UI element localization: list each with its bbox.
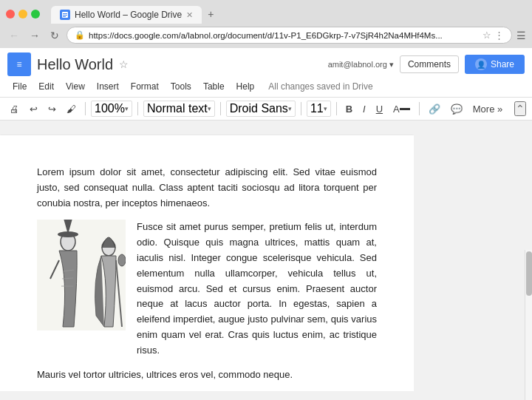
style-selector[interactable]: Normal text ▾ — [143, 101, 215, 117]
link-button[interactable]: 🔗 — [425, 101, 444, 117]
separator-1 — [85, 102, 86, 115]
address-bar-row: ← → ↻ 🔒 https://docs.google.com/a/labnol… — [0, 24, 532, 48]
svg-point-12 — [118, 254, 126, 266]
font-dropdown-arrow: ▾ — [288, 105, 292, 112]
figure-left — [50, 220, 78, 327]
comment-inline-button[interactable]: 💬 — [447, 101, 466, 117]
forward-button[interactable]: → — [27, 28, 43, 43]
size-dropdown-arrow: ▾ — [324, 105, 327, 112]
figure-right — [95, 237, 126, 327]
menu-file[interactable]: File — [7, 79, 32, 94]
close-button[interactable] — [6, 10, 15, 18]
style-value: Normal text — [147, 102, 208, 115]
print-button[interactable]: 🖨 — [6, 101, 23, 117]
color-label: A — [393, 104, 400, 115]
italic-button[interactable]: I — [359, 101, 369, 117]
new-tab-button[interactable]: + — [202, 4, 219, 24]
underline-button[interactable]: U — [372, 101, 386, 117]
lock-icon: 🔒 — [75, 30, 85, 40]
font-size-value: 11 — [310, 102, 324, 115]
document-page: Lorem ipsum dolor sit amet, consectetur … — [0, 135, 414, 391]
menu-tools[interactable]: Tools — [166, 79, 197, 94]
address-actions: ☆ ⋮ — [482, 30, 504, 41]
url-text: https://docs.google.com/a/labnol.org/doc… — [89, 31, 479, 40]
paragraph-3-text: Mauris vel tortor ultricies, ultrices er… — [37, 369, 293, 380]
user-email[interactable]: amit@labnol.org ▾ — [328, 60, 394, 70]
menu-view[interactable]: View — [61, 79, 90, 94]
para2-text: Fusce sit amet purus semper, pretium fel… — [137, 221, 377, 355]
svg-rect-2 — [63, 15, 67, 16]
paragraph-3: Mauris vel tortor ultricies, ultrices er… — [37, 367, 377, 383]
zoom-dropdown-arrow: ▾ — [125, 105, 129, 112]
docs-logo: ≡ — [7, 52, 31, 76]
app-bar: ≡ Hello World ☆ amit@labnol.org ▾ Commen… — [0, 48, 532, 98]
separator-2 — [137, 102, 138, 115]
svg-line-5 — [50, 260, 59, 279]
separator-5 — [336, 102, 337, 115]
svg-line-11 — [116, 260, 122, 327]
app-title-section: ≡ Hello World ☆ — [7, 52, 129, 76]
tab-favicon — [60, 10, 70, 20]
svg-rect-1 — [63, 13, 67, 14]
paragraph-1-text: Lorem ipsum dolor sit amet, consectetur … — [37, 166, 377, 209]
menu-format[interactable]: Format — [126, 79, 164, 94]
paint-format-button[interactable]: 🖌 — [63, 101, 80, 117]
app-bar-right: amit@labnol.org ▾ Comments 👤 Share — [328, 55, 525, 74]
zoom-selector[interactable]: 100% ▾ — [91, 101, 132, 117]
tab-close-icon[interactable]: ✕ — [186, 10, 193, 20]
undo-button[interactable]: ↩ — [26, 101, 41, 117]
style-dropdown-arrow: ▾ — [208, 105, 211, 112]
image-side-text: Fusce sit amet purus semper, pretium fel… — [137, 220, 377, 358]
font-size-selector[interactable]: 11 ▾ — [307, 101, 331, 117]
separator-3 — [220, 102, 221, 115]
star-icon[interactable]: ☆ — [119, 58, 129, 70]
tab-bar: Hello World – Google Drive ✕ + — [51, 4, 219, 24]
inline-image — [37, 220, 126, 330]
refresh-button[interactable]: ↻ — [47, 28, 62, 43]
text-color-button[interactable]: A — [389, 101, 414, 117]
paragraph-1: Lorem ipsum dolor sit amet, consectetur … — [37, 165, 377, 211]
scrollbar-thumb[interactable] — [526, 251, 532, 296]
font-value: Droid Sans — [230, 102, 288, 115]
active-tab[interactable]: Hello World – Google Drive ✕ — [51, 6, 202, 24]
redo-button[interactable]: ↪ — [44, 101, 60, 117]
scrollbar-track[interactable] — [525, 250, 532, 400]
browser-toolbar-right: ☰ — [516, 30, 526, 41]
settings-icon[interactable]: ☰ — [516, 30, 526, 41]
separator-6 — [419, 102, 420, 115]
collapse-toolbar-button[interactable]: ⌃ — [514, 101, 526, 116]
menu-edit[interactable]: Edit — [33, 79, 59, 94]
doc-wrapper: Lorem ipsum dolor sit amet, consectetur … — [0, 121, 532, 391]
comments-button[interactable]: Comments — [400, 55, 459, 73]
tab-title: Hello World – Google Drive — [75, 10, 182, 20]
zoom-value: 100% — [95, 102, 125, 115]
svg-rect-3 — [63, 16, 66, 17]
app-bar-top: ≡ Hello World ☆ amit@labnol.org ▾ Commen… — [7, 52, 525, 76]
separator-4 — [301, 102, 301, 115]
color-indicator — [400, 108, 410, 110]
image-text-block: Fusce sit amet purus semper, pretium fel… — [37, 220, 377, 358]
share-label: Share — [491, 59, 514, 70]
formatting-toolbar: 🖨 ↩ ↪ 🖌 100% ▾ Normal text ▾ Droid Sans … — [0, 98, 532, 121]
menu-table[interactable]: Table — [198, 79, 230, 94]
share-button[interactable]: 👤 Share — [465, 55, 525, 74]
address-bar[interactable]: 🔒 https://docs.google.com/a/labnol.org/d… — [66, 27, 512, 44]
share-person-icon: 👤 — [475, 58, 487, 70]
bold-button[interactable]: B — [342, 101, 356, 117]
maximize-button[interactable] — [31, 10, 40, 18]
doc-area: Lorem ipsum dolor sit amet, consectetur … — [0, 121, 414, 391]
font-selector[interactable]: Droid Sans ▾ — [226, 101, 296, 117]
window-controls — [6, 10, 40, 18]
menu-insert[interactable]: Insert — [92, 79, 124, 94]
back-button[interactable]: ← — [6, 28, 22, 43]
menu-help[interactable]: Help — [231, 79, 260, 94]
minimize-button[interactable] — [18, 10, 27, 18]
doc-title: Hello World — [37, 56, 113, 73]
menu-bar: File Edit View Insert Format Tools Table… — [7, 78, 525, 97]
autosave-text: All changes saved in Drive — [268, 81, 372, 92]
more-button[interactable]: More » — [469, 101, 506, 117]
